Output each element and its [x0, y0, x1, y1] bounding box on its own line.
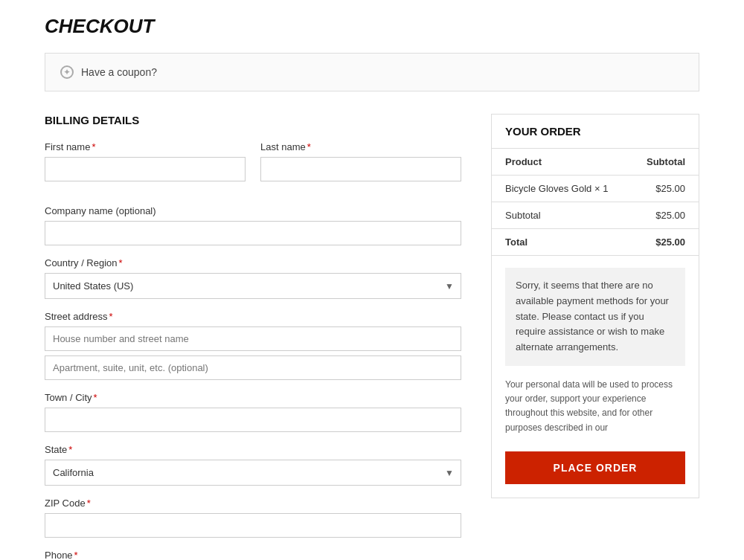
last-name-group: Last name*	[260, 141, 461, 181]
item-price: $25.00	[629, 176, 699, 202]
tag-icon: ✦	[60, 65, 74, 79]
country-select[interactable]: United States (US)	[45, 273, 461, 299]
privacy-text: Your personal data will be used to proce…	[492, 378, 699, 445]
billing-section: BILLING DETAILS First name* Last name* C…	[45, 114, 461, 560]
country-label: Country / Region*	[45, 257, 461, 268]
col-subtotal: Subtotal	[629, 149, 699, 176]
first-name-group: First name*	[45, 141, 246, 181]
order-table: Product Subtotal Bicycle Gloves Gold × 1…	[492, 149, 699, 256]
zip-group: ZIP Code*	[45, 498, 461, 538]
item-name: Bicycle Gloves Gold × 1	[492, 176, 629, 202]
order-section: YOUR ORDER Product Subtotal Bicycle Glov…	[491, 114, 699, 498]
street-input[interactable]	[45, 326, 461, 351]
street-label: Street address*	[45, 311, 461, 322]
street-group: Street address*	[45, 311, 461, 380]
zip-input[interactable]	[45, 513, 461, 538]
order-title: YOUR ORDER	[492, 115, 699, 149]
coupon-text: Have a coupon?	[81, 66, 157, 78]
city-label: Town / City*	[45, 392, 461, 403]
payment-notice: Sorry, it seems that there are no availa…	[505, 268, 685, 366]
total-label: Total	[492, 229, 629, 256]
coupon-bar[interactable]: ✦ Have a coupon?	[45, 53, 699, 91]
apt-input[interactable]	[45, 355, 461, 380]
order-box: YOUR ORDER Product Subtotal Bicycle Glov…	[491, 114, 699, 498]
place-order-button[interactable]: PLACE ORDER	[505, 451, 685, 484]
company-input[interactable]	[45, 221, 461, 245]
first-name-input[interactable]	[45, 157, 246, 181]
country-group: Country / Region* United States (US) ▼	[45, 257, 461, 299]
first-name-label: First name*	[45, 141, 246, 152]
state-label: State*	[45, 444, 461, 455]
billing-title: BILLING DETAILS	[45, 114, 461, 126]
col-product: Product	[492, 149, 629, 176]
city-input[interactable]	[45, 408, 461, 432]
last-name-label: Last name*	[260, 141, 461, 152]
page-title: CHECKOUT	[45, 15, 699, 38]
subtotal-value: $25.00	[629, 202, 699, 229]
last-name-input[interactable]	[260, 157, 461, 181]
phone-label: Phone*	[45, 550, 461, 560]
subtotal-label: Subtotal	[492, 202, 629, 229]
state-group: State* California ▼	[45, 444, 461, 486]
state-select[interactable]: California	[45, 460, 461, 486]
total-value: $25.00	[629, 229, 699, 256]
city-group: Town / City*	[45, 392, 461, 432]
company-label: Company name (optional)	[45, 205, 461, 216]
company-group: Company name (optional)	[45, 205, 461, 245]
zip-label: ZIP Code*	[45, 498, 461, 509]
order-item-row: Bicycle Gloves Gold × 1 $25.00	[492, 176, 699, 202]
phone-group: Phone*	[45, 550, 461, 560]
